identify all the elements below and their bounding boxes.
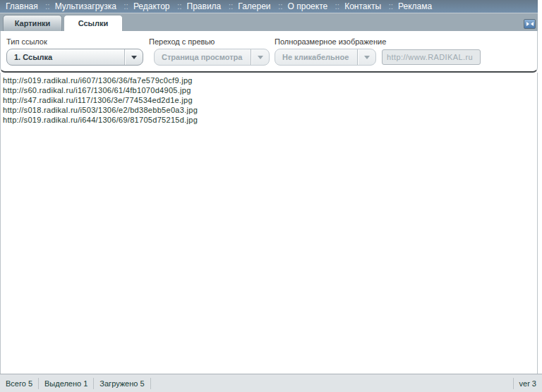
nav-item[interactable]: Реклама :: — [398, 0, 432, 13]
link-row[interactable]: http://s47.radikal.ru/i117/1306/3e/77453… — [3, 95, 537, 105]
nav-item[interactable]: О проекте :: — [288, 0, 345, 13]
status-bar: Всего 5 Выделено 1 Загружено 5 ver 3 — [0, 374, 542, 392]
link-url[interactable]: http://s47.radikal.ru/i117/1306/3e/77453… — [3, 96, 193, 104]
nav-item-label[interactable]: Редактор — [133, 1, 170, 11]
resize-horizontal-icon — [526, 22, 529, 26]
status-items: Всего 5 Выделено 1 Загружено 5 — [0, 378, 151, 389]
status-item: Загружено 5 — [94, 378, 150, 389]
resize-panel-button[interactable] — [524, 19, 536, 29]
status-item: Всего 5 — [0, 378, 39, 389]
nav-item-label[interactable]: Галереи — [238, 1, 270, 11]
status-item-text: Всего 5 — [6, 379, 32, 388]
link-url[interactable]: http://s019.radikal.ru/i644/1306/69/8170… — [3, 116, 198, 124]
tabs: Картинки Ссылки — [3, 15, 124, 31]
link-settings-panel: Тип ссылок Переход с превью Полноразмерн… — [0, 31, 538, 73]
nav-item[interactable]: Галереи :: — [238, 0, 287, 13]
link-url[interactable]: http://s019.radikal.ru/i607/1306/36/fa7e… — [3, 76, 193, 85]
fullsize-image-label: Полноразмерное изображение — [275, 37, 386, 46]
nav-separator: :: — [388, 1, 393, 11]
link-row[interactable]: http://s60.radikal.ru/i167/1306/61/4fb10… — [3, 85, 537, 95]
tab[interactable]: Картинки — [3, 15, 62, 31]
nav-separator: :: — [229, 1, 234, 11]
nav-item-label[interactable]: Реклама — [398, 1, 432, 11]
nav-separator: :: — [278, 1, 283, 11]
fullsize-image-dropdown: Не кликабельное — [275, 49, 376, 66]
dropdown-arrow-button — [357, 49, 375, 65]
link-type-dropdown[interactable]: 1. Ссылка — [6, 49, 143, 66]
link-row[interactable]: http://s019.radikal.ru/i644/1306/69/8170… — [3, 115, 537, 125]
nav-separator: :: — [335, 1, 340, 11]
nav-item[interactable]: Контакты :: — [344, 0, 398, 13]
nav-item[interactable]: Мультизагрузка :: — [55, 0, 133, 13]
tab-label: Ссылки — [78, 19, 109, 27]
dropdown-arrow-button — [251, 49, 269, 65]
nav-item[interactable]: Главная :: — [6, 0, 55, 13]
tab-strip: Картинки Ссылки — [0, 13, 538, 31]
link-row[interactable]: http://s018.radikal.ru/i503/1306/e2/bd38… — [3, 105, 537, 115]
preview-transition-label: Переход с превью — [149, 37, 215, 46]
links-list[interactable]: http://s019.radikal.ru/i607/1306/36/fa7e… — [0, 73, 538, 374]
preview-transition-value: Страница просмотра — [155, 53, 251, 61]
status-item: Выделено 1 — [39, 378, 94, 389]
nav-item-label[interactable]: О проекте — [288, 1, 328, 11]
version-label: ver 3 — [513, 378, 542, 389]
status-item-text: Загружено 5 — [100, 379, 144, 388]
resize-horizontal-icon — [531, 22, 534, 26]
radikal-multiupload-app: Главная :: Мультизагрузка :: Редактор ::… — [0, 0, 542, 392]
top-navigation: Главная :: Мультизагрузка :: Редактор ::… — [0, 0, 538, 13]
dropdown-arrow-button[interactable] — [124, 49, 143, 65]
link-type-label: Тип ссылок — [6, 37, 47, 46]
nav-separator: :: — [45, 1, 50, 11]
custom-url-input[interactable] — [382, 49, 481, 65]
link-url[interactable]: http://s018.radikal.ru/i503/1306/e2/bd38… — [3, 106, 198, 114]
nav-item-label[interactable]: Мультизагрузка — [55, 1, 116, 11]
chevron-down-icon — [258, 56, 263, 59]
status-item-text: Выделено 1 — [44, 379, 88, 388]
nav-item-label[interactable]: Контакты — [344, 1, 381, 11]
chevron-down-icon — [364, 56, 370, 59]
nav-item-label[interactable]: Главная — [6, 1, 38, 11]
link-type-value: 1. Ссылка — [7, 53, 124, 61]
link-url[interactable]: http://s60.radikal.ru/i167/1306/61/4fb10… — [3, 86, 191, 94]
chevron-down-icon — [131, 56, 137, 59]
tab-label: Картинки — [15, 19, 51, 27]
tab[interactable]: Ссылки — [64, 15, 123, 31]
nav-item[interactable]: Правила :: — [187, 0, 239, 13]
link-row[interactable]: http://s019.radikal.ru/i607/1306/36/fa7e… — [3, 75, 537, 85]
nav-item[interactable]: Редактор :: — [133, 0, 187, 13]
nav-item-label[interactable]: Правила — [187, 1, 222, 11]
fullsize-image-value: Не кликабельное — [275, 53, 357, 61]
nav-separator: :: — [124, 1, 128, 11]
preview-transition-dropdown: Страница просмотра — [154, 49, 270, 66]
nav-separator: :: — [177, 1, 182, 11]
